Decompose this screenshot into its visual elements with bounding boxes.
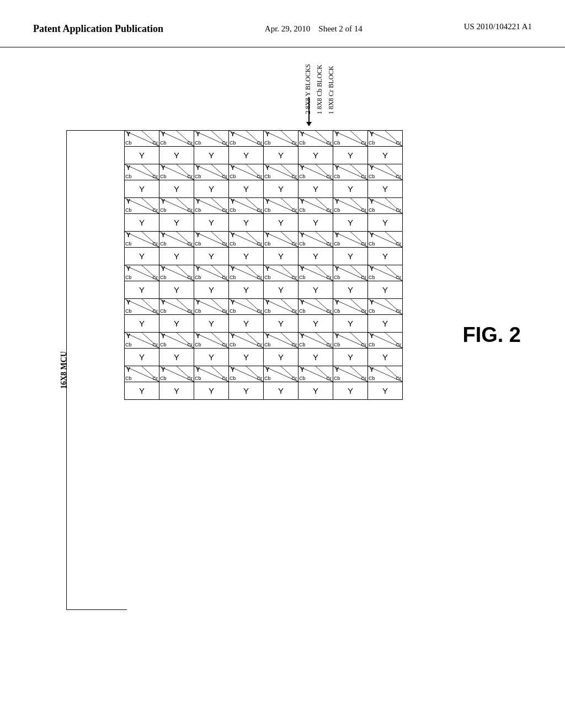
y-cell: Y: [333, 382, 368, 400]
y-cell: Y: [125, 180, 159, 198]
diag-cell: YCbCr: [299, 131, 333, 147]
diag-cell: YCbCr: [368, 366, 403, 382]
diag-cell: YCbCr: [333, 265, 368, 281]
diag-cell: YCbCr: [159, 232, 194, 248]
y-cell: Y: [125, 281, 159, 299]
y-cell: Y: [368, 147, 403, 164]
diag-cell: YCbCr: [299, 198, 333, 214]
y-cell: Y: [125, 214, 159, 232]
diag-cell: YCbCr: [264, 198, 299, 214]
diag-cell: YCbCr: [333, 299, 368, 315]
diag-cell: YCbCr: [125, 232, 159, 248]
diag-cell: YCbCr: [368, 299, 403, 315]
diag-cell: YCbCr: [333, 164, 368, 180]
y-cell: Y: [333, 349, 368, 366]
diag-cell: YCbCr: [159, 366, 194, 382]
y-cell: Y: [159, 315, 194, 333]
diag-cell: YCbCr: [299, 299, 333, 315]
y-cell: Y: [194, 180, 229, 198]
diag-cell: YCbCr: [229, 299, 264, 315]
diag-cell: YCbCr: [194, 366, 229, 382]
y-cell: Y: [229, 214, 264, 232]
diag-cell: YCbCr: [333, 131, 368, 147]
table-row: YYYYYYYY: [125, 214, 403, 232]
y-cell: Y: [125, 382, 159, 400]
diag-cell: YCbCr: [159, 164, 194, 180]
diag-cell: YCbCr: [229, 265, 264, 281]
diag-cell: YCbCr: [194, 232, 229, 248]
diag-cell: YCbCr: [159, 198, 194, 214]
y-cell: Y: [159, 180, 194, 198]
y-cell: Y: [229, 281, 264, 299]
diag-cell: YCbCr: [264, 232, 299, 248]
diag-cell: YCbCr: [368, 333, 403, 349]
y-cell: Y: [299, 382, 333, 400]
y-cell: Y: [333, 281, 368, 299]
diag-cell: YCbCr: [125, 198, 159, 214]
diag-cell: YCbCr: [229, 131, 264, 147]
diag-cell: YCbCr: [368, 164, 403, 180]
table-row: YCbCrYCbCrYCbCrYCbCrYCbCrYCbCrYCbCrYCbCr: [125, 366, 403, 382]
diag-cell: YCbCr: [333, 366, 368, 382]
table-row: YCbCrYCbCrYCbCrYCbCrYCbCrYCbCrYCbCrYCbCr: [125, 164, 403, 180]
y-cell: Y: [229, 248, 264, 265]
diag-cell: YCbCr: [264, 131, 299, 147]
diag-cell: YCbCr: [125, 164, 159, 180]
diag-cell: YCbCr: [368, 265, 403, 281]
header-center: Apr. 29, 2010 Sheet 2 of 14: [265, 22, 363, 35]
diag-cell: YCbCr: [159, 265, 194, 281]
y-cell: Y: [299, 281, 333, 299]
diag-cell: YCbCr: [229, 366, 264, 382]
table-row: YYYYYYYY: [125, 382, 403, 400]
diag-cell: YCbCr: [194, 131, 229, 147]
diag-cell: YCbCr: [264, 333, 299, 349]
y-cell: Y: [194, 281, 229, 299]
y-cell: Y: [333, 315, 368, 333]
y-cell: Y: [125, 248, 159, 265]
annotation-arrow: [306, 97, 312, 126]
y-cell: Y: [333, 147, 368, 164]
mcu-label: 16X8 MCU: [60, 130, 68, 610]
diag-cell: YCbCr: [299, 232, 333, 248]
diag-cell: YCbCr: [264, 265, 299, 281]
y-cell: Y: [125, 349, 159, 366]
table-row: YYYYYYYY: [125, 281, 403, 299]
y-cell: Y: [194, 147, 229, 164]
diag-cell: YCbCr: [264, 299, 299, 315]
diag-cell: YCbCr: [264, 366, 299, 382]
diag-cell: YCbCr: [368, 232, 403, 248]
y-cell: Y: [264, 248, 299, 265]
y-cell: Y: [333, 248, 368, 265]
y-cell: Y: [264, 281, 299, 299]
main-content: 2 8X8 Y BLOCKS 1 8X8 Cb BLOCK 1 8X8 Cr B…: [0, 47, 565, 411]
y-cell: Y: [368, 214, 403, 232]
y-cell: Y: [159, 214, 194, 232]
header-left: Patent Application Publication: [33, 22, 163, 36]
y-cell: Y: [264, 180, 299, 198]
y-cell: Y: [159, 147, 194, 164]
y-cell: Y: [368, 382, 403, 400]
y-cell: Y: [229, 382, 264, 400]
y-cell: Y: [159, 248, 194, 265]
diag-cell: YCbCr: [159, 299, 194, 315]
y-cell: Y: [264, 349, 299, 366]
diag-cell: YCbCr: [194, 164, 229, 180]
diag-cell: YCbCr: [333, 232, 368, 248]
y-cell: Y: [229, 315, 264, 333]
diag-cell: YCbCr: [125, 333, 159, 349]
diag-cell: YCbCr: [125, 366, 159, 382]
table-row: YYYYYYYY: [125, 315, 403, 333]
y-cell: Y: [299, 147, 333, 164]
table-row: YYYYYYYY: [125, 147, 403, 164]
diag-cell: YCbCr: [299, 333, 333, 349]
main-grid: YCbCrYCbCrYCbCrYCbCrYCbCrYCbCrYCbCrYCbCr…: [124, 130, 532, 400]
y-cell: Y: [368, 349, 403, 366]
y-cell: Y: [229, 349, 264, 366]
y-cell: Y: [229, 180, 264, 198]
table-row: YCbCrYCbCrYCbCrYCbCrYCbCrYCbCrYCbCrYCbCr: [125, 198, 403, 214]
diag-cell: YCbCr: [368, 198, 403, 214]
y-cell: Y: [194, 315, 229, 333]
y-cell: Y: [125, 315, 159, 333]
y-cell: Y: [333, 214, 368, 232]
y-cell: Y: [299, 180, 333, 198]
